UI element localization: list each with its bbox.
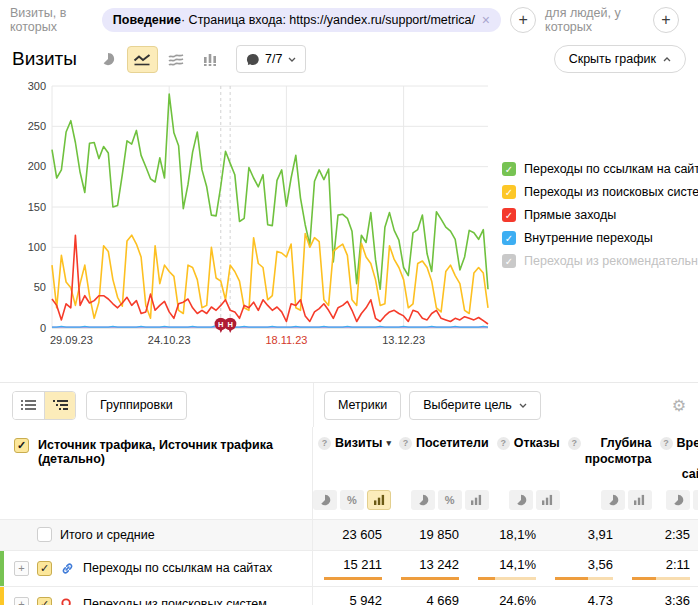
table-toolbar-left: Группировки bbox=[0, 391, 313, 420]
visits-line-chart[interactable]: 05010015020025030029.09.2324.10.2318.11.… bbox=[18, 78, 496, 358]
metric-value-cell: 18,1% bbox=[467, 520, 544, 550]
plus-icon: + bbox=[518, 11, 527, 29]
legend-checkbox[interactable]: ✓ bbox=[502, 162, 516, 176]
metric-value: 13 242 bbox=[419, 557, 459, 572]
metric-column-header[interactable]: ? Отказы bbox=[497, 427, 568, 485]
metric-value: 23 605 bbox=[342, 527, 382, 542]
metric-bar bbox=[324, 577, 382, 580]
view-mode-switch bbox=[12, 391, 76, 420]
help-icon[interactable]: ? bbox=[660, 437, 673, 450]
segment-chip[interactable]: Поведение · Страница входа: https://yand… bbox=[102, 8, 501, 32]
bars-display-button[interactable] bbox=[367, 490, 391, 510]
metric-value-cell: 15 211 bbox=[313, 551, 390, 586]
metrics-button[interactable]: Метрики bbox=[324, 391, 401, 420]
metric-value: 3,56 bbox=[588, 557, 613, 572]
percent-mini-icon: % bbox=[445, 494, 455, 506]
help-icon[interactable]: ? bbox=[568, 437, 581, 450]
legend-item: ✓Внутренние переходы bbox=[502, 231, 698, 245]
dimension-checkbox[interactable]: ✓ bbox=[14, 438, 29, 453]
legend-item: ✓Переходы по ссылкам на сайтах bbox=[502, 162, 698, 176]
line-chart-icon bbox=[133, 52, 151, 66]
bars-display-button[interactable] bbox=[693, 490, 698, 510]
groupings-button[interactable]: Группировки bbox=[86, 391, 187, 420]
pie-display-button[interactable] bbox=[509, 490, 533, 510]
goal-select-button[interactable]: Выберите цель bbox=[409, 391, 541, 420]
bars-display-button[interactable] bbox=[628, 490, 652, 510]
help-icon[interactable]: ? bbox=[497, 437, 510, 450]
people-filter-label: для людей, у которых bbox=[545, 6, 644, 34]
segment-chip-category: Поведение bbox=[113, 13, 181, 27]
hide-chart-label: Скрыть график bbox=[569, 52, 656, 66]
legend-label: Переходы из рекомендательных систем bbox=[524, 254, 698, 268]
series-line bbox=[52, 326, 488, 328]
segment-chip-close-icon[interactable]: × bbox=[482, 13, 490, 27]
legend-checkbox[interactable]: ✓ bbox=[502, 185, 516, 199]
metric-column-label: Визиты bbox=[335, 436, 382, 452]
legend-checkbox[interactable]: ✓ bbox=[502, 231, 516, 245]
annotation-marker[interactable]: Н bbox=[224, 318, 236, 333]
column-chart-icon bbox=[203, 53, 217, 66]
metrica-report-page: { "icons": { "plus": "+", "close": "×", … bbox=[0, 0, 698, 605]
table-settings-gear-icon[interactable]: ⚙ bbox=[672, 396, 686, 415]
row-checkbox[interactable]: ✓ bbox=[37, 561, 52, 576]
table-row[interactable]: +✓Переходы из поисковых систем 5 942 4 6… bbox=[0, 586, 698, 605]
list-view-button[interactable] bbox=[13, 392, 44, 419]
pie-chart-icon bbox=[101, 52, 115, 66]
metric-display-tools bbox=[568, 485, 660, 519]
hide-chart-button[interactable]: Скрыть график bbox=[554, 45, 686, 73]
metric-column-header[interactable]: ? Глубина просмотра bbox=[568, 427, 660, 485]
add-visit-condition-button[interactable]: + bbox=[510, 7, 536, 33]
pie-mini-icon bbox=[417, 494, 429, 506]
help-icon[interactable]: ? bbox=[318, 437, 331, 450]
chart-type-pie-button[interactable] bbox=[93, 46, 124, 73]
legend-checkbox[interactable]: ✓ bbox=[502, 208, 516, 222]
pie-display-button[interactable] bbox=[666, 490, 690, 510]
goal-label: Выберите цель bbox=[423, 398, 512, 412]
metric-value: 4 669 bbox=[426, 593, 459, 605]
row-checkbox[interactable] bbox=[37, 527, 52, 542]
annotations-dropdown[interactable]: 7/7 bbox=[236, 45, 306, 73]
groupings-label: Группировки bbox=[100, 398, 173, 412]
pie-display-button[interactable] bbox=[411, 490, 435, 510]
row-expand-button[interactable]: + bbox=[14, 597, 29, 605]
x-axis-tick-label: 29.09.23 bbox=[50, 334, 93, 346]
metric-column-header[interactable]: ? Визиты ▾ bbox=[313, 427, 399, 485]
report-table-section: Группировки Метрики Выберите цель ⚙ ✓ Ис… bbox=[0, 382, 698, 605]
metric-column-header[interactable]: ? Посетители bbox=[399, 427, 497, 485]
pie-display-button[interactable] bbox=[601, 490, 625, 510]
metric-display-tools: % bbox=[313, 485, 399, 519]
metric-value-cell: 4,73 bbox=[544, 587, 621, 605]
legend-label: Прямые заходы bbox=[524, 208, 616, 222]
link-icon bbox=[60, 561, 75, 576]
percent-display-button[interactable]: % bbox=[438, 490, 462, 510]
tree-view-button[interactable] bbox=[44, 392, 75, 419]
legend-item: ✓Переходы из рекомендательных систем bbox=[502, 254, 698, 268]
metric-column-header[interactable]: ? Время на сайте bbox=[660, 427, 698, 485]
stacked-area-icon bbox=[168, 53, 184, 66]
chart-type-line-button[interactable] bbox=[127, 46, 158, 73]
table-row[interactable]: +✓Переходы по ссылкам на сайтах 15 211 1… bbox=[0, 550, 698, 586]
metric-column-label: Посетители bbox=[416, 436, 489, 452]
legend-label: Внутренние переходы bbox=[524, 231, 653, 245]
row-label: Переходы из поисковых систем bbox=[83, 597, 267, 605]
percent-display-button[interactable]: % bbox=[340, 490, 364, 510]
row-checkbox[interactable]: ✓ bbox=[37, 597, 52, 605]
chart-type-area-button[interactable] bbox=[161, 46, 192, 73]
table-row[interactable]: Итого и средние 23 605 19 850 18,1% 3,91… bbox=[0, 519, 698, 550]
metric-display-tools: % bbox=[399, 485, 497, 519]
svg-text:Н: Н bbox=[227, 320, 232, 329]
dimension-header-label[interactable]: Источник трафика, Источник трафика (дета… bbox=[38, 438, 304, 466]
chart-type-columns-button[interactable] bbox=[195, 46, 226, 73]
metric-bar bbox=[478, 577, 536, 580]
metric-bar bbox=[401, 577, 459, 580]
bars-display-button[interactable] bbox=[465, 490, 489, 510]
add-people-condition-button[interactable]: + bbox=[653, 7, 679, 33]
visits-filter-label: Визиты, в которых bbox=[10, 6, 94, 34]
metric-value: 24,6% bbox=[499, 593, 536, 605]
table-toolbar-right: Метрики Выберите цель ⚙ bbox=[313, 383, 698, 427]
row-expand-button[interactable]: + bbox=[14, 561, 29, 576]
legend-checkbox[interactable]: ✓ bbox=[502, 254, 516, 268]
pie-display-button[interactable] bbox=[313, 490, 337, 510]
help-icon[interactable]: ? bbox=[399, 437, 412, 450]
bars-display-button[interactable] bbox=[536, 490, 560, 510]
